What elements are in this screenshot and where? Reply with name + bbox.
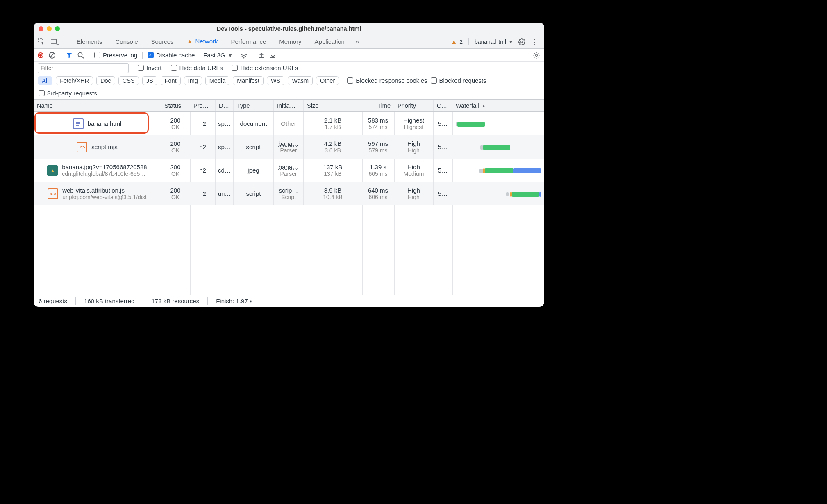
type-all[interactable]: All: [38, 76, 52, 85]
close-window-button[interactable]: [39, 26, 43, 31]
divider: [468, 38, 469, 45]
checkbox-label: Invert: [146, 64, 162, 71]
status-text: OK: [171, 124, 179, 130]
th-type[interactable]: Type: [234, 100, 274, 111]
more-tabs-icon[interactable]: »: [352, 38, 362, 45]
disable-cache-checkbox[interactable]: Disable cache: [148, 52, 195, 59]
blocked-requests-checkbox[interactable]: Blocked requests: [431, 77, 486, 84]
divider: [142, 52, 143, 59]
svg-point-8: [243, 57, 244, 58]
connection-id: 5…: [438, 167, 448, 174]
tab-sources[interactable]: Sources: [145, 35, 179, 48]
tab-network[interactable]: ▲Network: [181, 35, 224, 48]
waterfall-bar: [456, 143, 541, 151]
waterfall-bar: [456, 167, 541, 174]
titlebar: DevTools - speculative-rules.glitch.me/b…: [34, 23, 544, 35]
network-conditions-icon[interactable]: [240, 52, 248, 59]
network-settings-icon[interactable]: [533, 52, 540, 59]
issues-button[interactable]: ▲2: [451, 38, 463, 45]
warning-icon: ▲: [451, 38, 457, 45]
initiator: Other: [281, 120, 296, 127]
checkbox-icon: [171, 65, 177, 71]
table-header: Name Status Pro… D… Type Initia… Size Ti…: [34, 100, 544, 112]
request-name: banana.jpg?v=1705668720588: [62, 163, 147, 170]
checkbox-icon: [138, 65, 144, 71]
initiator[interactable]: bana…: [279, 140, 298, 147]
th-size[interactable]: Size: [304, 100, 362, 111]
devtools-window: DevTools - speculative-rules.glitch.me/b…: [34, 23, 544, 307]
type-media[interactable]: Media: [205, 76, 230, 85]
filter-input[interactable]: [38, 63, 129, 73]
blocked-cookies-checkbox[interactable]: Blocked response cookies: [347, 77, 427, 84]
settings-icon[interactable]: [518, 38, 525, 45]
request-domain: cdn.glitch.global/87b4c0fe-655…: [62, 170, 147, 177]
type-wasm[interactable]: Wasm: [288, 76, 313, 85]
th-waterfall-label: Waterfall: [456, 102, 479, 109]
connection-id: 5…: [438, 120, 448, 127]
sort-asc-icon: ▲: [482, 103, 486, 108]
th-waterfall[interactable]: Waterfall▲: [452, 100, 544, 111]
initiator[interactable]: scrip…: [279, 187, 298, 194]
minimize-window-button[interactable]: [47, 26, 52, 31]
tab-elements[interactable]: Elements: [71, 35, 108, 48]
type-other[interactable]: Other: [316, 76, 339, 85]
th-name[interactable]: Name: [34, 100, 161, 111]
throttle-selector[interactable]: Fast 3G: [200, 50, 234, 60]
table-row[interactable]: web-vitals.attribution.jsunpkg.com/web-v…: [34, 182, 544, 205]
size-uncompressed: 3.6 kB: [325, 147, 341, 154]
type-js[interactable]: JS: [142, 76, 157, 85]
size: 2.1 kB: [324, 117, 342, 124]
th-protocol[interactable]: Pro…: [190, 100, 216, 111]
search-icon[interactable]: [77, 52, 84, 59]
inspect-element-icon[interactable]: [38, 38, 45, 45]
initiator[interactable]: bana…: [279, 163, 298, 170]
invert-checkbox[interactable]: Invert: [138, 64, 162, 71]
throttle-value: Fast 3G: [200, 50, 234, 60]
tab-memory[interactable]: Memory: [273, 35, 307, 48]
status-text: OK: [171, 194, 179, 200]
type-doc[interactable]: Doc: [96, 76, 115, 85]
tab-performance[interactable]: Performance: [225, 35, 272, 48]
img-icon: [47, 165, 58, 176]
kebab-menu-icon[interactable]: ⋮: [531, 37, 538, 46]
type: jpeg: [248, 167, 259, 174]
table-row[interactable]: banana.jpg?v=1705668720588cdn.glitch.glo…: [34, 159, 544, 182]
initiator-type: Script: [281, 194, 296, 200]
type-ws[interactable]: WS: [267, 76, 284, 85]
th-priority[interactable]: Priority: [394, 100, 434, 111]
type-img[interactable]: Img: [184, 76, 202, 85]
download-har-icon[interactable]: [270, 52, 276, 59]
device-toolbar-icon[interactable]: [51, 39, 59, 45]
status-text: OK: [171, 170, 179, 177]
clear-icon[interactable]: [48, 52, 56, 59]
filter-icon[interactable]: [66, 52, 73, 59]
tab-application[interactable]: Application: [309, 35, 350, 48]
type-fetch[interactable]: Fetch/XHR: [56, 76, 93, 85]
table-row[interactable]: banana.html 200OK h2 sp… document Other …: [34, 112, 544, 135]
hide-extension-urls-checkbox[interactable]: Hide extension URLs: [232, 64, 298, 71]
th-time[interactable]: Time: [362, 100, 394, 111]
hide-data-urls-checkbox[interactable]: Hide data URLs: [171, 64, 223, 71]
checkbox-icon: [94, 52, 100, 58]
status-bar: 6 requests 160 kB transferred 173 kB res…: [34, 295, 544, 307]
status-code: 200: [170, 163, 180, 170]
table-row[interactable]: script.mjs 200OK h2 sp… script bana…Pars…: [34, 135, 544, 159]
type-css[interactable]: CSS: [118, 76, 139, 85]
th-status[interactable]: Status: [161, 100, 190, 111]
th-connection[interactable]: C…: [434, 100, 452, 111]
tab-console[interactable]: Console: [110, 35, 144, 48]
th-initiator[interactable]: Initia…: [274, 100, 304, 111]
type-manifest[interactable]: Manifest: [233, 76, 264, 85]
preserve-log-checkbox[interactable]: Preserve log: [94, 52, 137, 59]
zoom-window-button[interactable]: [55, 26, 60, 31]
divider: [61, 52, 61, 59]
record-button[interactable]: [38, 52, 43, 58]
context-selector[interactable]: banana.html: [475, 39, 512, 45]
third-party-checkbox[interactable]: 3rd-party requests: [39, 90, 97, 97]
warning-count: 2: [459, 39, 463, 45]
checkbox-icon: [232, 65, 238, 71]
type-font[interactable]: Font: [161, 76, 181, 85]
upload-har-icon[interactable]: [258, 52, 265, 59]
filter-row: Invert Hide data URLs Hide extension URL…: [34, 62, 544, 74]
th-domain[interactable]: D…: [216, 100, 234, 111]
